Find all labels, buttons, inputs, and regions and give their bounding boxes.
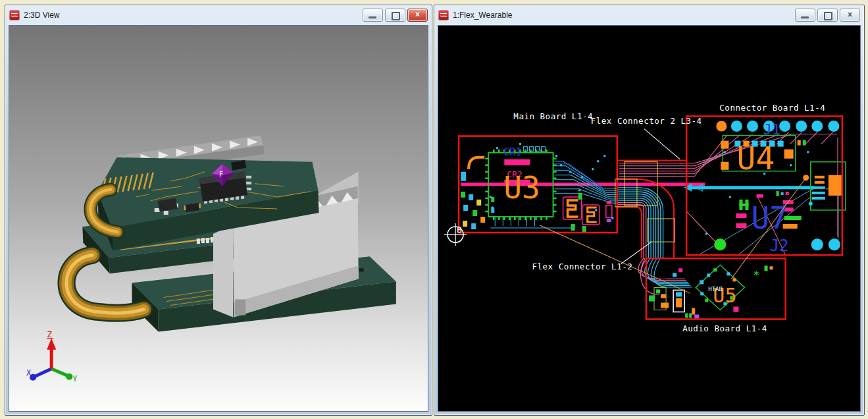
u3-designator: U3: [503, 170, 540, 206]
close-button[interactable]: x: [407, 9, 428, 22]
y-axis-label: Y: [72, 374, 78, 383]
z-axis-label: Z: [47, 329, 52, 339]
minimize-icon: [801, 16, 809, 18]
flex-outline: [617, 161, 686, 259]
minimize-button[interactable]: [795, 9, 815, 22]
main-board-label: Main Board L1-4: [513, 111, 593, 121]
u7-designator: U7: [751, 200, 788, 236]
j2-designator: J2: [770, 237, 789, 255]
cr1-designator: CR1: [503, 146, 521, 158]
main-board-left-components: [461, 157, 494, 229]
window-title: 1:Flex_Wearable: [453, 11, 791, 20]
origin-marker: B: [444, 223, 467, 246]
maximize-button[interactable]: [817, 9, 838, 22]
pcb-canvas[interactable]: CR1 CR2 U3: [438, 25, 861, 412]
titlebar-pcb-layout[interactable]: 1:Flex_Wearable x: [434, 5, 864, 25]
3d-viewport[interactable]: F Z X Y: [9, 25, 428, 412]
close-icon: x: [840, 10, 859, 18]
maximize-icon: [824, 12, 832, 20]
flex1-label: Flex Connector L1-2: [532, 262, 632, 271]
window-3d-view: 2:3D View x: [5, 5, 432, 416]
maximize-icon: [392, 12, 400, 20]
htab-designator: HTAB: [708, 286, 723, 293]
axes-triad: Z X Y: [26, 329, 78, 383]
close-icon: x: [408, 10, 427, 18]
window-title: 2:3D View: [24, 11, 359, 20]
minimize-button[interactable]: [363, 9, 383, 22]
svg-text:*: *: [753, 269, 759, 281]
small-resistor: [798, 140, 806, 146]
altium-document-icon: [9, 10, 20, 20]
x-axis-label: X: [26, 368, 32, 377]
window-pcb-layout: 1:Flex_Wearable x: [434, 5, 865, 416]
audio-board: U5 HTAB *: [646, 258, 786, 319]
origin-marker-label: B: [457, 225, 462, 235]
altium-document-icon: [438, 10, 449, 20]
flex2-label: Flex Connector 2 L3-4: [591, 117, 702, 126]
audio-board-label: Audio Board L1-4: [682, 323, 767, 333]
maximize-button[interactable]: [385, 9, 405, 22]
f-marker-label: F: [219, 171, 223, 178]
u4-designator: U4: [736, 140, 775, 177]
titlebar-3d-view[interactable]: 2:3D View x: [5, 5, 432, 25]
close-button[interactable]: x: [840, 9, 860, 22]
connector-board: J1 U4 U7 J2: [686, 116, 846, 255]
main-board-blue-traces: [553, 164, 602, 192]
minimize-icon: [369, 16, 376, 18]
inductor-components: [563, 193, 612, 233]
connector-board-label: Connector Board L1-4: [719, 103, 825, 113]
j1-designator: J1: [763, 121, 781, 138]
